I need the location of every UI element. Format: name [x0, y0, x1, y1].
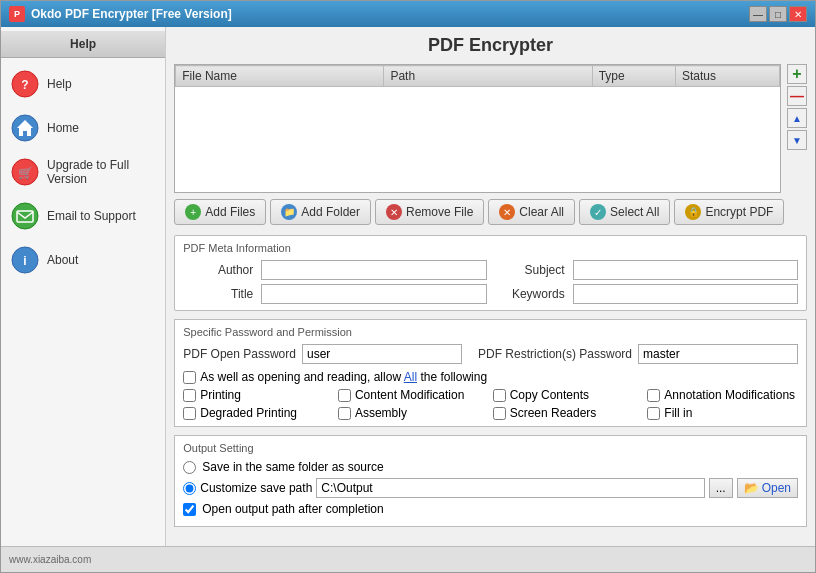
sidebar-item-upgrade[interactable]: 🛒 Upgrade to Full Version	[1, 150, 165, 194]
allow-all-checkbox[interactable]	[183, 371, 196, 384]
printing-checkbox[interactable]	[183, 389, 196, 402]
select-all-icon: ✓	[590, 204, 606, 220]
encrypt-pdf-label: Encrypt PDF	[705, 205, 773, 219]
assembly-checkbox[interactable]	[338, 407, 351, 420]
perm-copy-contents: Copy Contents	[493, 388, 644, 402]
subject-label: Subject	[495, 263, 565, 277]
keywords-label: Keywords	[495, 287, 565, 301]
table-down-button[interactable]: ▼	[787, 130, 807, 150]
annotation-modifications-checkbox[interactable]	[647, 389, 660, 402]
copy-contents-label: Copy Contents	[510, 388, 589, 402]
output-section-title: Output Setting	[183, 442, 798, 454]
clear-all-button[interactable]: ✕ Clear All	[488, 199, 575, 225]
svg-point-6	[12, 203, 38, 229]
sidebar-label-about: About	[47, 253, 78, 267]
table-remove-button[interactable]: —	[787, 86, 807, 106]
sidebar: Help ? Help Home	[1, 27, 166, 546]
folder-open-icon: 📂	[744, 481, 759, 495]
sidebar-item-help[interactable]: ? Help	[1, 62, 165, 106]
table-add-button[interactable]: +	[787, 64, 807, 84]
table-up-button[interactable]: ▲	[787, 108, 807, 128]
select-all-button[interactable]: ✓ Select All	[579, 199, 670, 225]
add-files-icon: +	[185, 204, 201, 220]
maximize-button[interactable]: □	[769, 6, 787, 22]
open-after-row: Open output path after completion	[183, 502, 798, 516]
allow-all-text: As well as opening and reading, allow Al…	[200, 370, 487, 384]
annotation-modifications-label: Annotation Modifications	[664, 388, 795, 402]
custom-path-label: Customize save path	[200, 481, 312, 495]
custom-path-radio[interactable]	[183, 482, 196, 495]
main-layout: Help ? Help Home	[1, 27, 815, 546]
remove-file-label: Remove File	[406, 205, 473, 219]
all-link[interactable]: All	[404, 370, 417, 384]
table-side-buttons: + — ▲ ▼	[787, 64, 807, 150]
restriction-password-label: PDF Restriction(s) Password	[478, 347, 632, 361]
open-password-label: PDF Open Password	[183, 347, 296, 361]
password-row: PDF Open Password PDF Restriction(s) Pas…	[183, 344, 798, 364]
close-button[interactable]: ✕	[789, 6, 807, 22]
open-button[interactable]: 📂 Open	[737, 478, 798, 498]
sidebar-item-home[interactable]: Home	[1, 106, 165, 150]
perm-annotation-modifications: Annotation Modifications	[647, 388, 798, 402]
copy-contents-checkbox[interactable]	[493, 389, 506, 402]
degraded-printing-label: Degraded Printing	[200, 406, 297, 420]
open-password-input[interactable]	[302, 344, 462, 364]
open-label: Open	[762, 481, 791, 495]
perm-assembly: Assembly	[338, 406, 489, 420]
degraded-printing-checkbox[interactable]	[183, 407, 196, 420]
same-folder-row: Save in the same folder as source	[183, 460, 798, 474]
keywords-input[interactable]	[573, 284, 798, 304]
restriction-password-input[interactable]	[638, 344, 798, 364]
title-input[interactable]	[261, 284, 486, 304]
help-icon: ?	[11, 70, 39, 98]
file-table-container: File Name Path Type Status	[174, 64, 781, 193]
author-label: Author	[183, 263, 253, 277]
sidebar-item-about[interactable]: i About	[1, 238, 165, 282]
add-files-label: Add Files	[205, 205, 255, 219]
open-after-checkbox[interactable]	[183, 503, 196, 516]
title-label: Title	[183, 287, 253, 301]
path-input[interactable]	[316, 478, 704, 498]
minimize-button[interactable]: —	[749, 6, 767, 22]
encrypt-pdf-icon: 🔒	[685, 204, 701, 220]
main-window: P Okdo PDF Encrypter [Free Version] — □ …	[0, 0, 816, 573]
screen-readers-label: Screen Readers	[510, 406, 597, 420]
encrypt-pdf-button[interactable]: 🔒 Encrypt PDF	[674, 199, 784, 225]
sidebar-label-help: Help	[47, 77, 72, 91]
status-bar: www.xiazaiba.com	[1, 546, 815, 572]
perm-degraded-printing: Degraded Printing	[183, 406, 334, 420]
author-input[interactable]	[261, 260, 486, 280]
remove-file-button[interactable]: ✕ Remove File	[375, 199, 484, 225]
app-icon: P	[9, 6, 25, 22]
browse-button[interactable]: ...	[709, 478, 733, 498]
col-path: Path	[384, 66, 592, 87]
meta-section-title: PDF Meta Information	[183, 242, 798, 254]
add-folder-button[interactable]: 📁 Add Folder	[270, 199, 371, 225]
title-bar-controls: — □ ✕	[749, 6, 807, 22]
home-icon	[11, 114, 39, 142]
clear-all-icon: ✕	[499, 204, 515, 220]
subject-input[interactable]	[573, 260, 798, 280]
svg-text:i: i	[23, 254, 26, 268]
screen-readers-checkbox[interactable]	[493, 407, 506, 420]
perm-content-modification: Content Modification	[338, 388, 489, 402]
same-folder-radio[interactable]	[183, 461, 196, 474]
same-folder-label: Save in the same folder as source	[202, 460, 383, 474]
title-bar-left: P Okdo PDF Encrypter [Free Version]	[9, 6, 232, 22]
content-modification-checkbox[interactable]	[338, 389, 351, 402]
file-table-wrapper: File Name Path Type Status + —	[174, 64, 781, 193]
meta-section: PDF Meta Information Author Subject Titl…	[174, 235, 807, 311]
clear-all-label: Clear All	[519, 205, 564, 219]
fill-in-checkbox[interactable]	[647, 407, 660, 420]
sidebar-header: Help	[1, 31, 165, 58]
perm-screen-readers: Screen Readers	[493, 406, 644, 420]
svg-text:🛒: 🛒	[18, 165, 33, 180]
open-after-label: Open output path after completion	[202, 502, 383, 516]
add-files-button[interactable]: + Add Files	[174, 199, 266, 225]
sidebar-label-email: Email to Support	[47, 209, 136, 223]
password-section: Specific Password and Permission PDF Ope…	[174, 319, 807, 427]
add-folder-icon: 📁	[281, 204, 297, 220]
sidebar-item-email[interactable]: Email to Support	[1, 194, 165, 238]
fill-in-label: Fill in	[664, 406, 692, 420]
output-section: Output Setting Save in the same folder a…	[174, 435, 807, 527]
